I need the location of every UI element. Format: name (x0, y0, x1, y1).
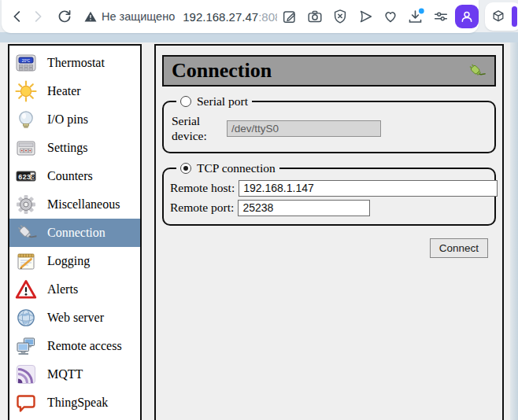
serial-device-row: Serial device: (172, 113, 487, 144)
sidebar-item-label: MQTT (47, 367, 83, 381)
serial-port-radio[interactable] (180, 96, 191, 107)
notification-dot (419, 9, 424, 14)
cube-icon (490, 9, 506, 24)
back-button[interactable] (8, 7, 27, 26)
sidebar-item-logging[interactable]: Logging (9, 247, 140, 275)
sidebar-item-label: Remote access (47, 339, 122, 353)
url-port: :8085 (258, 10, 277, 24)
button-row: Connect (156, 238, 488, 258)
back-icon (9, 8, 26, 25)
sidebar-item-web-server[interactable]: Web server (9, 304, 140, 332)
connection-panel: Connection Serial port (154, 44, 504, 420)
shield-x-icon (331, 8, 349, 25)
sun-icon (14, 79, 38, 103)
plug-icon (14, 221, 38, 245)
site-security-badge[interactable]: Не защищено (83, 9, 175, 24)
edit-page-button[interactable] (280, 7, 299, 26)
screenshot-button[interactable] (305, 7, 324, 26)
tune-button[interactable] (431, 7, 450, 26)
speech-bubble-icon (14, 391, 38, 414)
sidebar-item-alerts[interactable]: Alerts (9, 275, 140, 304)
toolbar-main: Не защищено 192.168.27.47:8085 (2, 0, 479, 33)
tcp-connection-fieldset: TCP connection Remote host: Remote port: (162, 161, 496, 226)
browser-window: Не защищено 192.168.27.47:8085 (0, 0, 518, 420)
sidebar-item-label: Alerts (47, 282, 78, 297)
green-plug-icon (466, 61, 487, 81)
sidebar-item-miscellaneous[interactable]: Miscellaneous (9, 190, 140, 219)
serial-port-fieldset: Serial port Serial device: (162, 94, 496, 153)
sidebar-menu: 20°C Thermostat (8, 44, 142, 420)
forward-icon (29, 8, 46, 25)
tcp-connection-legend: TCP connection (197, 161, 276, 175)
monitors-icon (14, 334, 38, 358)
send-icon (357, 8, 374, 25)
sidebar-item-io-pins[interactable]: I/O pins (9, 105, 140, 134)
profile-person-icon (458, 8, 475, 25)
tcp-connection-radio[interactable] (180, 163, 191, 174)
sidebar-item-label: Logging (47, 254, 90, 268)
edit-icon (281, 8, 298, 25)
serial-device-input (227, 120, 381, 137)
thermostat-icon: 20°C (14, 51, 38, 75)
page-scrollbar[interactable] (510, 42, 518, 420)
serial-port-legend: Serial port (197, 94, 248, 109)
adblock-button[interactable] (331, 7, 350, 26)
remote-host-input[interactable] (239, 180, 498, 197)
warning-icon (83, 9, 98, 24)
browser-toolbar: Не защищено 192.168.27.47:8085 (0, 0, 518, 32)
sidebar-item-label: I/O pins (47, 112, 88, 127)
sidebar-item-heater[interactable]: Heater (9, 77, 140, 105)
refresh-button[interactable] (55, 7, 74, 26)
svg-text:623: 623 (18, 174, 31, 182)
toolbar-actions (280, 7, 450, 26)
downloads-button[interactable] (406, 7, 425, 26)
remote-port-label: Remote port: (170, 201, 234, 215)
sidebar-item-label: Settings (47, 141, 88, 155)
security-label: Не защищено (102, 10, 175, 23)
heart-icon (382, 8, 399, 25)
sliders-icon (432, 8, 450, 25)
control-box-icon (14, 136, 38, 160)
sidebar-item-label: ThingSpeak (47, 396, 108, 410)
notepad-icon (14, 249, 38, 273)
page-content: 20°C Thermostat (0, 42, 518, 420)
sidebar-item-label: Miscellaneous (47, 197, 120, 212)
remote-host-label: Remote host: (170, 181, 235, 195)
sidebar-item-mqtt[interactable]: MQTT (9, 360, 140, 389)
globe-icon (14, 306, 38, 330)
sidebar-item-remote-access[interactable]: Remote access (9, 332, 140, 360)
svg-text:8: 8 (31, 174, 35, 182)
signal-waves-icon (14, 363, 38, 386)
refresh-icon (56, 8, 73, 25)
sidebar-item-label: Heater (47, 84, 81, 98)
url-host: 192.168.27.47 (183, 10, 258, 24)
sidebar-item-label: Web server (47, 311, 104, 325)
share-button[interactable] (356, 7, 375, 26)
chrome-divider-strip (0, 32, 518, 42)
sidebar-item-connection[interactable]: Connection (9, 219, 140, 247)
sidebar-item-settings[interactable]: Settings (9, 134, 140, 162)
svg-text:20°C: 20°C (22, 59, 31, 63)
sidebar-toggle-pill[interactable] (512, 6, 517, 27)
sidebar-item-label: Connection (47, 226, 105, 240)
page-title: Connection (172, 59, 466, 83)
camera-icon (306, 8, 324, 25)
extensions-button[interactable] (489, 7, 508, 26)
profile-button[interactable] (455, 5, 479, 28)
bulb-icon (14, 108, 38, 131)
remote-port-input[interactable] (238, 200, 370, 216)
remote-port-row: Remote port: (170, 200, 488, 216)
sidebar-item-thingspeak[interactable]: ThingSpeak (9, 389, 140, 417)
favorites-button[interactable] (381, 7, 400, 26)
sidebar-item-label: Counters (47, 169, 93, 183)
sidebar-item-counters[interactable]: 623 8 Counters (9, 162, 140, 190)
panel-header: Connection (162, 55, 496, 87)
download-icon (406, 7, 425, 26)
sidebar-item-thermostat[interactable]: 20°C Thermostat (9, 49, 140, 77)
forward-button[interactable] (28, 7, 47, 26)
url-bar[interactable]: 192.168.27.47:8085 (183, 10, 277, 24)
counter-icon: 623 8 (14, 164, 38, 188)
gear-icon (14, 193, 38, 216)
connect-button[interactable]: Connect (430, 238, 488, 258)
sidebar-item-label: Thermostat (47, 56, 105, 70)
